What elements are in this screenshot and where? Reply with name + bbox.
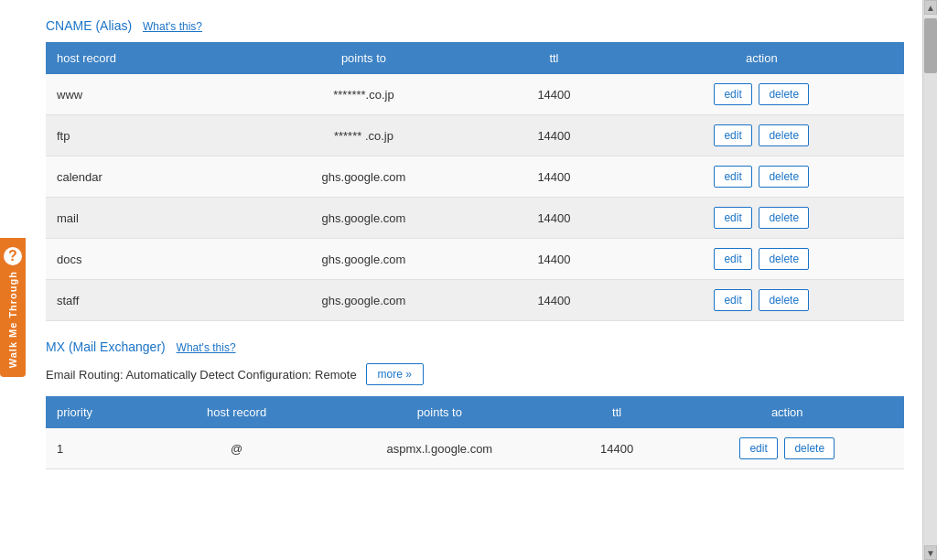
- mx-col-ttl: ttl: [564, 396, 671, 428]
- mx-col-action: action: [671, 396, 905, 428]
- table-row: www *******.co.jp 14400 edit delete: [46, 74, 904, 115]
- cname-whats-this-link[interactable]: What's this?: [143, 20, 202, 33]
- cname-points-cell: ****** .co.jp: [239, 115, 490, 156]
- cname-host-cell: ftp: [46, 115, 239, 156]
- table-row: docs ghs.google.com 14400 edit delete: [46, 239, 904, 280]
- edit-button[interactable]: edit: [739, 437, 777, 459]
- delete-button[interactable]: delete: [759, 207, 809, 229]
- edit-button[interactable]: edit: [714, 166, 751, 188]
- table-row: 1 @ aspmx.l.google.com 14400 edit delete: [46, 428, 904, 469]
- more-button[interactable]: more »: [366, 363, 424, 385]
- cname-col-points: points to: [239, 42, 490, 74]
- cname-section-title: CNAME (Alias) What's this?: [46, 18, 904, 33]
- email-routing-label: Email Routing: Automatically Detect Conf…: [46, 368, 357, 382]
- edit-button[interactable]: edit: [714, 207, 751, 229]
- mx-ttl-cell: 14400: [564, 428, 671, 469]
- mx-section-title: MX (Mail Exchanger) What's this?: [46, 339, 904, 354]
- cname-host-cell: calendar: [46, 156, 239, 198]
- cname-action-cell: edit delete: [619, 198, 904, 239]
- cname-ttl-cell: 14400: [489, 280, 619, 321]
- email-routing-row: Email Routing: Automatically Detect Conf…: [46, 363, 904, 385]
- mx-col-host: host record: [157, 396, 316, 428]
- mx-whats-this-link[interactable]: What's this?: [177, 341, 236, 354]
- cname-host-cell: docs: [46, 239, 239, 280]
- table-row: mail ghs.google.com 14400 edit delete: [46, 198, 904, 239]
- cname-points-cell: ghs.google.com: [239, 156, 490, 198]
- cname-ttl-cell: 14400: [489, 198, 619, 239]
- table-row: calendar ghs.google.com 14400 edit delet…: [46, 156, 904, 198]
- scrollbar-thumb[interactable]: [924, 18, 937, 73]
- cname-points-cell: ghs.google.com: [239, 198, 490, 239]
- cname-col-ttl: ttl: [489, 42, 619, 74]
- delete-button[interactable]: delete: [759, 124, 809, 146]
- edit-button[interactable]: edit: [714, 289, 751, 311]
- cname-ttl-cell: 14400: [489, 156, 619, 198]
- cname-ttl-cell: 14400: [489, 74, 619, 115]
- question-mark-icon: ?: [4, 247, 22, 265]
- delete-button[interactable]: delete: [759, 83, 809, 105]
- delete-button[interactable]: delete: [759, 289, 809, 311]
- mx-table: priority host record points to ttl actio…: [46, 396, 904, 469]
- table-row: ftp ****** .co.jp 14400 edit delete: [46, 115, 904, 156]
- cname-points-cell: ghs.google.com: [239, 280, 490, 321]
- cname-action-cell: edit delete: [619, 280, 904, 321]
- cname-col-action: action: [619, 42, 904, 74]
- cname-action-cell: edit delete: [619, 74, 904, 115]
- cname-action-cell: edit delete: [619, 115, 904, 156]
- cname-table: host record points to ttl action www ***…: [46, 42, 904, 321]
- cname-ttl-cell: 14400: [489, 115, 619, 156]
- mx-host-cell: @: [157, 428, 316, 469]
- mx-col-priority: priority: [46, 396, 157, 428]
- scrollbar-down[interactable]: ▼: [924, 545, 937, 560]
- table-row: staff ghs.google.com 14400 edit delete: [46, 280, 904, 321]
- cname-host-cell: www: [46, 74, 239, 115]
- mx-priority-cell: 1: [46, 428, 157, 469]
- main-content: CNAME (Alias) What's this? host record p…: [0, 0, 922, 560]
- walk-me-label: Walk Me Through: [7, 271, 18, 368]
- cname-action-cell: edit delete: [619, 239, 904, 280]
- cname-points-cell: ghs.google.com: [239, 239, 490, 280]
- scrollbar-up[interactable]: ▲: [924, 0, 937, 15]
- mx-points-cell: aspmx.l.google.com: [316, 428, 564, 469]
- mx-action-cell: edit delete: [671, 428, 905, 469]
- cname-action-cell: edit delete: [619, 156, 904, 198]
- delete-button[interactable]: delete: [759, 166, 809, 188]
- edit-button[interactable]: edit: [714, 248, 751, 270]
- walk-me-through-tab[interactable]: ? Walk Me Through: [0, 238, 26, 377]
- delete-button[interactable]: delete: [784, 437, 835, 459]
- cname-host-cell: staff: [46, 280, 239, 321]
- edit-button[interactable]: edit: [714, 83, 751, 105]
- cname-col-host: host record: [46, 42, 239, 74]
- cname-points-cell: *******.co.jp: [239, 74, 490, 115]
- scrollbar[interactable]: ▲ ▼: [922, 0, 937, 560]
- cname-ttl-cell: 14400: [489, 239, 619, 280]
- delete-button[interactable]: delete: [759, 248, 809, 270]
- mx-col-points: points to: [316, 396, 564, 428]
- cname-host-cell: mail: [46, 198, 239, 239]
- edit-button[interactable]: edit: [714, 124, 751, 146]
